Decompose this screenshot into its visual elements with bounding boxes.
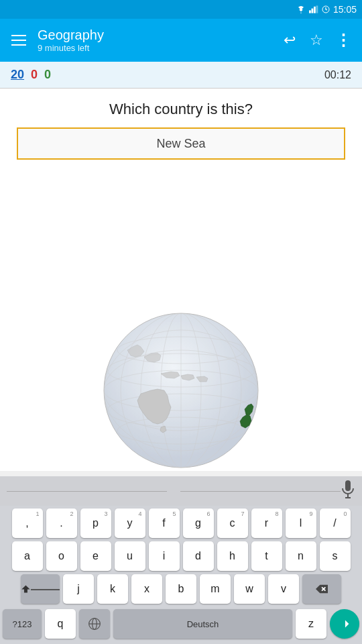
keyboard-bottom-row: ?123 q Deutsch z xyxy=(0,606,362,644)
svg-rect-0 xyxy=(309,10,311,13)
shift-button[interactable] xyxy=(21,574,60,604)
key-x[interactable]: x xyxy=(131,574,162,604)
key-u[interactable]: u xyxy=(115,541,145,571)
correct-score[interactable]: 20 xyxy=(11,68,24,82)
key-row-3: j k x b m w v xyxy=(3,574,359,604)
key-comma[interactable]: 1, xyxy=(12,508,43,538)
key-m[interactable]: m xyxy=(200,574,231,604)
key-b[interactable]: b xyxy=(166,574,196,604)
key-c[interactable]: 7c xyxy=(217,508,248,538)
answer-text: New Sea xyxy=(156,137,205,151)
undo-icon: ↩ xyxy=(284,32,296,49)
question-text: Which country is this? xyxy=(109,101,253,118)
score-bar: 20 0 0 00:12 xyxy=(0,62,362,89)
undo-button[interactable]: ↩ xyxy=(276,27,303,54)
globe-image xyxy=(74,297,288,471)
microphone-button[interactable] xyxy=(341,480,355,502)
num-sym-button[interactable]: ?123 xyxy=(3,609,42,639)
backspace-button[interactable] xyxy=(302,574,341,604)
shift-icon xyxy=(21,582,31,596)
key-d[interactable]: d xyxy=(183,541,214,571)
key-l[interactable]: 9l xyxy=(286,508,316,538)
key-q[interactable]: q xyxy=(45,609,76,639)
wrong-score: 0 xyxy=(31,68,38,82)
go-arrow-icon xyxy=(337,616,352,631)
key-s[interactable]: s xyxy=(320,541,351,571)
key-j[interactable]: j xyxy=(63,574,94,604)
app-title: Geography xyxy=(38,28,276,43)
key-g[interactable]: 6g xyxy=(183,508,214,538)
time-display: 15:05 xyxy=(333,4,357,15)
key-v[interactable]: v xyxy=(268,574,299,604)
space-button[interactable]: Deutsch xyxy=(113,609,292,639)
keyboard-top-bar xyxy=(0,476,362,506)
wifi-icon xyxy=(296,5,306,13)
timer-display: 00:12 xyxy=(324,69,351,81)
star-icon: ☆ xyxy=(310,32,323,49)
keyboard-rows: 1, 2. 3p 4y 5f 6g 7c 8r 9l 0/ a o e u i … xyxy=(0,506,362,606)
key-e[interactable]: e xyxy=(80,541,111,571)
globe-button[interactable] xyxy=(79,609,110,639)
key-i[interactable]: i xyxy=(149,541,180,571)
key-y[interactable]: 4y xyxy=(115,508,145,538)
backspace-icon xyxy=(314,583,329,595)
more-icon: ⋮ xyxy=(335,31,351,50)
globe-area xyxy=(0,297,362,471)
key-r[interactable]: 8r xyxy=(251,508,282,538)
globe-icon xyxy=(88,617,101,631)
key-row-2: a o e u i d h t n s xyxy=(3,541,359,571)
key-t[interactable]: t xyxy=(251,541,282,571)
key-w[interactable]: w xyxy=(234,574,265,604)
svg-rect-1 xyxy=(311,9,313,13)
key-k[interactable]: k xyxy=(97,574,128,604)
score-group: 20 0 0 xyxy=(11,68,51,82)
skip-score: 0 xyxy=(44,68,51,82)
battery-icon xyxy=(321,5,330,13)
mic-icon xyxy=(341,480,355,499)
quiz-content: Which country is this? New Sea xyxy=(0,89,362,297)
svg-rect-3 xyxy=(316,5,318,13)
key-n[interactable]: n xyxy=(286,541,316,571)
key-row-1: 1, 2. 3p 4y 5f 6g 7c 8r 9l 0/ xyxy=(3,508,359,538)
more-button[interactable]: ⋮ xyxy=(330,27,357,54)
signal-icon xyxy=(309,5,318,13)
hamburger-menu-button[interactable] xyxy=(5,27,32,54)
key-f[interactable]: 5f xyxy=(149,508,180,538)
key-a[interactable]: a xyxy=(12,541,43,571)
keyboard-container: 1, 2. 3p 4y 5f 6g 7c 8r 9l 0/ a o e u i … xyxy=(0,476,362,644)
app-title-area: Geography 9 minutes left xyxy=(38,28,276,53)
app-bar: Geography 9 minutes left ↩ ☆ ⋮ xyxy=(0,19,362,62)
go-button[interactable] xyxy=(330,609,359,639)
app-subtitle: 9 minutes left xyxy=(38,43,276,53)
status-bar: 15:05 xyxy=(0,0,362,19)
key-z[interactable]: z xyxy=(296,609,326,639)
key-slash[interactable]: 0/ xyxy=(320,508,351,538)
key-p[interactable]: 3p xyxy=(80,508,111,538)
svg-rect-2 xyxy=(314,7,316,13)
key-h[interactable]: h xyxy=(217,541,248,571)
key-o[interactable]: o xyxy=(46,541,77,571)
answer-input-box[interactable]: New Sea xyxy=(17,127,345,160)
svg-rect-18 xyxy=(345,480,351,491)
key-dot[interactable]: 2. xyxy=(46,508,77,538)
star-button[interactable]: ☆ xyxy=(303,27,330,54)
